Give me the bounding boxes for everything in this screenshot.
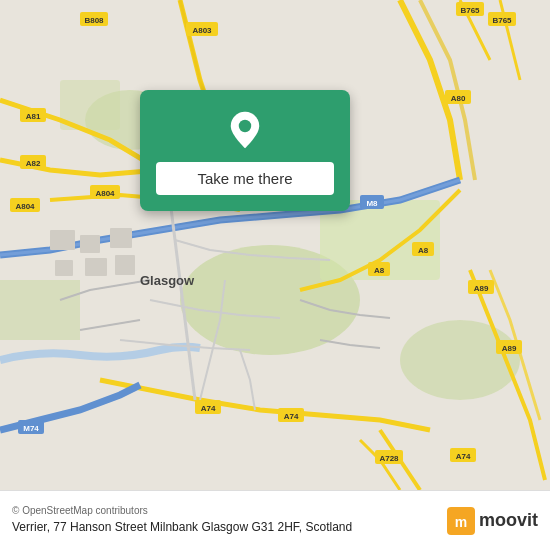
footer-info: © OpenStreetMap contributors Verrier, 77…	[12, 505, 447, 536]
svg-text:A74: A74	[284, 412, 299, 421]
moovit-text: moovit	[479, 510, 538, 531]
svg-text:B765: B765	[492, 16, 512, 25]
address-text: Verrier, 77 Hanson Street Milnbank Glasg…	[12, 519, 447, 536]
svg-text:A82: A82	[26, 159, 41, 168]
svg-text:A804: A804	[15, 202, 35, 211]
svg-text:A89: A89	[502, 344, 517, 353]
svg-point-3	[400, 320, 520, 400]
svg-text:A80: A80	[451, 94, 466, 103]
svg-text:m: m	[455, 514, 467, 530]
svg-text:A74: A74	[456, 452, 471, 461]
svg-rect-9	[110, 228, 132, 248]
svg-rect-8	[80, 235, 100, 253]
svg-text:A89: A89	[474, 284, 489, 293]
svg-text:M74: M74	[23, 424, 39, 433]
svg-rect-7	[50, 230, 75, 250]
footer: © OpenStreetMap contributors Verrier, 77…	[0, 490, 550, 550]
location-pin-icon	[225, 110, 265, 150]
svg-text:B808: B808	[84, 16, 104, 25]
svg-text:Glasgow: Glasgow	[140, 273, 195, 288]
attribution-text: © OpenStreetMap contributors	[12, 505, 447, 516]
svg-text:M8: M8	[366, 199, 378, 208]
svg-text:A728: A728	[379, 454, 399, 463]
moovit-logo: m moovit	[447, 507, 538, 535]
take-me-there-button[interactable]: Take me there	[156, 162, 334, 195]
svg-text:B765: B765	[460, 6, 480, 15]
location-popup: Take me there	[140, 90, 350, 211]
svg-text:A8: A8	[418, 246, 429, 255]
svg-text:A81: A81	[26, 112, 41, 121]
svg-point-54	[239, 120, 251, 132]
svg-rect-4	[0, 280, 80, 340]
svg-text:A8: A8	[374, 266, 385, 275]
svg-text:A74: A74	[201, 404, 216, 413]
moovit-icon: m	[447, 507, 475, 535]
svg-rect-10	[55, 260, 73, 276]
svg-text:A803: A803	[192, 26, 212, 35]
map-background: A803 A81 A82 A804 A804 M8 A80 B765 B765 …	[0, 0, 550, 490]
map-container: A803 A81 A82 A804 A804 M8 A80 B765 B765 …	[0, 0, 550, 490]
svg-text:A804: A804	[95, 189, 115, 198]
